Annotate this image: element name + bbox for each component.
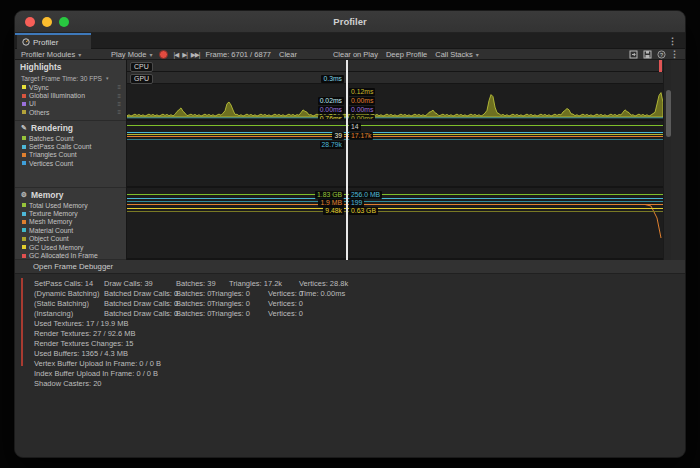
legend-item-global-illumination[interactable]: Global Illumination≡ [15,91,126,99]
svg-text:?: ? [659,51,662,57]
stat-cell: Vertices: 0 [268,309,300,319]
memory-title: Memory [31,190,64,200]
charts-scrollbar-thumb[interactable] [666,90,671,137]
legend-swatch [22,220,26,224]
legend-item-material-count[interactable]: Material Count [15,226,126,234]
stat-cell: (Instancing) [34,309,104,319]
gpu-chip[interactable]: GPU [130,74,153,84]
chart-series-line [127,136,663,137]
highlights-chart[interactable]: CPUGPU0.3ms0.12ms0.00ms0.00ms0.00ms0.02m… [127,60,663,121]
rendering-header[interactable]: ✎Rendering [15,121,126,134]
legend-swatch [22,228,26,232]
legend-item-triangles-count[interactable]: Triangles Count [15,151,126,159]
drag-handle-icon[interactable]: ≡ [117,109,121,115]
target-frame-time-dropdown[interactable]: Target Frame Time: 30 FPS▾ [15,73,126,83]
legend-item-batches-count[interactable]: Batches Count [15,134,126,142]
legend-swatch [22,254,26,258]
chart-series-line [127,208,663,209]
save-profile-icon[interactable] [642,49,652,59]
current-frame-button[interactable]: ▶▶| [189,49,202,60]
module-section-memory[interactable]: ⚙MemoryTotal Used MemoryTexture MemoryMe… [15,188,126,260]
legend-item-total-used-memory[interactable]: Total Used Memory [15,201,126,209]
legend-swatch [22,85,26,89]
cpu-chip[interactable]: CPU [130,62,153,72]
profiler-gauge-icon [22,38,30,46]
tab-menu-kebab-icon[interactable]: ⋮ [668,36,677,46]
close-window-button[interactable] [25,17,35,27]
stat-cell: (Static Batching) [34,299,104,309]
legend-item-object-count[interactable]: Object Count [15,235,126,243]
rendering-title: Rendering [31,123,73,133]
cpu-row[interactable]: CPU [127,60,663,72]
play-mode-dropdown[interactable]: Play Mode [107,49,156,60]
open-frame-debugger-button[interactable]: Open Frame Debugger [15,260,685,274]
frame-value-label: 17.17k [349,132,373,140]
legend-item-gc-allocated-in-frame[interactable]: GC Allocated In Frame [15,251,126,259]
profiler-modules-area: HighlightsTarget Frame Time: 30 FPS▾VSyn… [15,60,685,260]
legend-item-texture-memory[interactable]: Texture Memory [15,209,126,217]
rendering-chart[interactable]: 1417.17k3928.79k [127,121,663,188]
window-titlebar[interactable]: Profiler [15,11,685,33]
load-profile-icon[interactable] [628,49,638,59]
chart-series-line [127,211,663,212]
memory-drop-segment [643,204,663,244]
module-section-highlights[interactable]: HighlightsTarget Frame Time: 30 FPS▾VSyn… [15,60,126,121]
legend-item-ui[interactable]: UI≡ [15,100,126,108]
legend-label: SetPass Calls Count [29,143,91,150]
profiler-modules-dropdown[interactable]: Profiler Modules [17,49,107,60]
next-frame-button[interactable]: ▶| [180,49,189,60]
minimize-window-button[interactable] [42,17,52,27]
legend-item-mesh-memory[interactable]: Mesh Memory [15,218,126,226]
stats-row: (Static Batching)Batched Draw Calls: 0Ba… [34,299,685,309]
legend-item-vsync[interactable]: VSync≡ [15,83,126,91]
toolbar-menu-kebab-icon[interactable]: ⋮ [670,49,679,59]
clear-button[interactable]: Clear [275,49,301,60]
stat-line: Shadow Casters: 20 [34,379,685,389]
chart-series-line [127,201,663,202]
charts-area[interactable]: CPUGPU0.3ms0.12ms0.00ms0.00ms0.00ms0.02m… [127,60,663,260]
stat-line: Index Buffer Upload In Frame: 0 / 0 B [34,369,685,379]
frame-value-label: 14 [349,123,361,131]
module-section-rendering[interactable]: ✎RenderingBatches CountSetPass Calls Cou… [15,121,126,188]
legend-item-vertices-count[interactable]: Vertices Count [15,159,126,167]
tab-profiler[interactable]: Profiler [17,33,91,49]
stat-cell: Triangles: 0 [211,299,268,309]
drag-handle-icon[interactable]: ≡ [117,101,121,107]
stat-line: Used Buffers: 1365 / 4.3 MB [34,349,685,359]
chart-series-line [127,134,663,135]
charts-scrollbar[interactable] [663,60,671,260]
highlights-header[interactable]: Highlights [15,60,126,73]
legend-item-setpass-calls-count[interactable]: SetPass Calls Count [15,142,126,150]
stat-cell: Batches: 0 [176,309,211,319]
frame-value-label: 1.83 GB [315,191,344,199]
record-toggle-button[interactable] [159,50,168,59]
legend-label: GC Used Memory [29,244,83,251]
previous-frame-button[interactable]: |◀ [171,49,180,60]
stat-cell: Batched Draw Calls: 0 [104,299,176,309]
memory-chart[interactable]: 1.83 GB1.9 MB9.48k256.0 MB1990.63 GB [127,188,663,260]
frame-value-label: 9.48k [323,207,344,215]
chart-series-line [127,125,663,126]
modules-sidebar: HighlightsTarget Frame Time: 30 FPS▾VSyn… [15,60,127,260]
legend-item-others[interactable]: Others≡ [15,108,126,116]
legend-item-gc-used-memory[interactable]: GC Used Memory [15,243,126,251]
legend-swatch [22,245,26,249]
gpu-row[interactable]: GPU [127,72,663,84]
open-frame-debugger-label: Open Frame Debugger [33,262,113,271]
frame-playhead[interactable] [346,60,348,260]
legend-swatch [22,161,26,165]
memory-header[interactable]: ⚙Memory [15,188,126,201]
window-title: Profiler [15,11,685,33]
drag-handle-icon[interactable]: ≡ [117,93,121,99]
details-left-accent [21,278,23,366]
stat-cell: Triangles: 0 [211,309,268,319]
zoom-window-button[interactable] [59,17,69,27]
help-icon[interactable]: ? [656,49,666,59]
charts-right-margin [671,60,685,260]
drag-handle-icon[interactable]: ≡ [117,84,121,90]
legend-swatch [22,212,26,216]
call-stacks-dropdown[interactable]: Call Stacks [431,49,483,60]
deep-profile-toggle[interactable]: Deep Profile [382,49,431,60]
clear-on-play-toggle[interactable]: Clear on Play [329,49,382,60]
cpu-usage-area-chart [127,84,663,121]
